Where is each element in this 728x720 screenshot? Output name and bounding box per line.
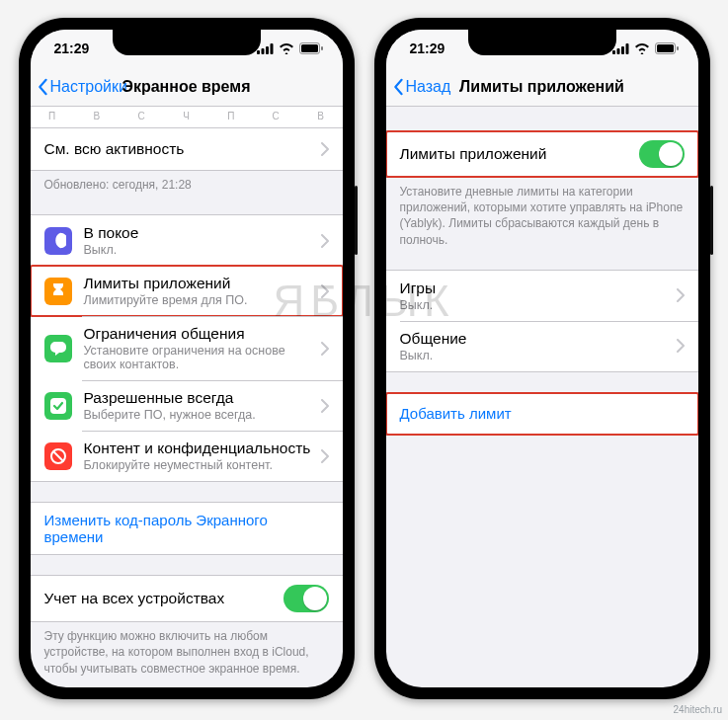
group-categories: В покое Выкл. Лимиты приложений Лимитиру… — [31, 214, 343, 482]
svg-rect-11 — [616, 48, 619, 54]
toggle-note: Установите дневные лимиты на категории п… — [386, 178, 698, 250]
updated-note: Обновлено: сегодня, 21:28 — [31, 171, 343, 195]
nav-bar: Назад Лимиты приложений — [386, 67, 698, 107]
chevron-right-icon — [321, 449, 329, 463]
chevron-right-icon — [321, 342, 329, 356]
svg-rect-7 — [50, 398, 66, 414]
svg-rect-10 — [612, 50, 615, 54]
svg-rect-15 — [657, 44, 674, 52]
chevron-right-icon — [677, 339, 685, 353]
hourglass-icon — [51, 282, 65, 300]
chevron-right-icon — [321, 284, 329, 298]
downtime-row[interactable]: В покое Выкл. — [31, 215, 343, 266]
svg-rect-0 — [257, 50, 260, 54]
svg-rect-2 — [266, 46, 269, 54]
svg-rect-3 — [270, 43, 273, 54]
week-row: П В С Ч П С В — [31, 107, 343, 128]
credit-text: 24hitech.ru — [674, 704, 722, 715]
svg-rect-1 — [261, 48, 264, 54]
svg-rect-12 — [621, 46, 624, 54]
status-time: 21:29 — [410, 40, 445, 56]
battery-icon — [655, 42, 679, 54]
add-limit[interactable]: Добавить лимит — [386, 393, 698, 435]
chevron-right-icon — [321, 234, 329, 248]
svg-rect-13 — [625, 43, 628, 54]
toggle-on[interactable] — [639, 140, 685, 168]
change-passcode[interactable]: Изменить код-пароль Экранного времени — [31, 503, 343, 554]
svg-rect-6 — [321, 46, 323, 50]
svg-line-9 — [53, 451, 62, 460]
svg-rect-16 — [677, 46, 679, 50]
limit-communication[interactable]: Общение Выкл. — [386, 321, 698, 371]
battery-icon — [299, 42, 323, 54]
nosign-icon — [49, 447, 67, 465]
app-limits-row[interactable]: Лимиты приложений Лимитируйте время для … — [31, 266, 343, 316]
notch — [468, 30, 616, 55]
moon-icon — [49, 232, 66, 249]
wifi-icon — [634, 43, 650, 54]
phone-right: 21:29 Назад Лимиты приложений Лимиты при… — [374, 18, 710, 699]
group-passcode: Изменить код-пароль Экранного времени — [31, 502, 343, 555]
chevron-right-icon — [321, 142, 329, 156]
status-time: 21:29 — [54, 40, 90, 56]
status-indicators — [612, 42, 679, 54]
svg-rect-5 — [301, 44, 318, 52]
group-activity: См. всю активность — [31, 128, 343, 171]
nav-back[interactable]: Назад — [392, 78, 451, 96]
row-title: См. всю активность — [44, 140, 321, 158]
nav-bar: Настройки Экранное время — [31, 67, 343, 107]
chevron-right-icon — [321, 399, 329, 413]
content-left: П В С Ч П С В См. всю активность Обновле… — [31, 107, 343, 687]
content-privacy-row[interactable]: Контент и конфиденциальность Блокируйте … — [31, 431, 343, 481]
content-right: Лимиты приложений Установите дневные лим… — [386, 107, 698, 687]
notch — [113, 30, 261, 55]
nav-back[interactable]: Настройки — [37, 78, 127, 96]
always-allowed-row[interactable]: Разрешенные всегда Выберите ПО, нужное в… — [31, 380, 343, 431]
check-icon — [49, 397, 67, 415]
bubble-icon — [49, 341, 67, 357]
see-all-activity[interactable]: См. всю активность — [31, 128, 343, 170]
share-note: Эту функцию можно включить на любом устр… — [31, 622, 343, 679]
screen-left: 21:29 Настройки Экранное время П В С Ч П… — [31, 30, 343, 687]
share-across-devices[interactable]: Учет на всех устройствах — [31, 576, 343, 621]
chevron-right-icon — [677, 288, 685, 302]
chevron-left-icon — [392, 78, 404, 96]
group-add: Добавить лимит — [386, 392, 698, 436]
group-categories: Игры Выкл. Общение Выкл. — [386, 270, 698, 372]
group-toggle: Лимиты приложений — [386, 130, 698, 178]
screen-right: 21:29 Назад Лимиты приложений Лимиты при… — [386, 30, 698, 687]
nav-back-label: Настройки — [50, 78, 127, 96]
comm-limits-row[interactable]: Ограничения общения Установите ограничен… — [31, 316, 343, 380]
status-indicators — [257, 42, 323, 54]
app-limits-toggle-row[interactable]: Лимиты приложений — [386, 131, 698, 177]
chevron-left-icon — [37, 78, 48, 96]
nav-back-label: Назад — [406, 78, 451, 96]
wifi-icon — [279, 43, 294, 54]
group-share: Учет на всех устройствах — [31, 575, 343, 622]
phone-left: 21:29 Настройки Экранное время П В С Ч П… — [19, 18, 355, 699]
limit-games[interactable]: Игры Выкл. — [386, 271, 698, 321]
toggle-on[interactable] — [283, 585, 329, 612]
